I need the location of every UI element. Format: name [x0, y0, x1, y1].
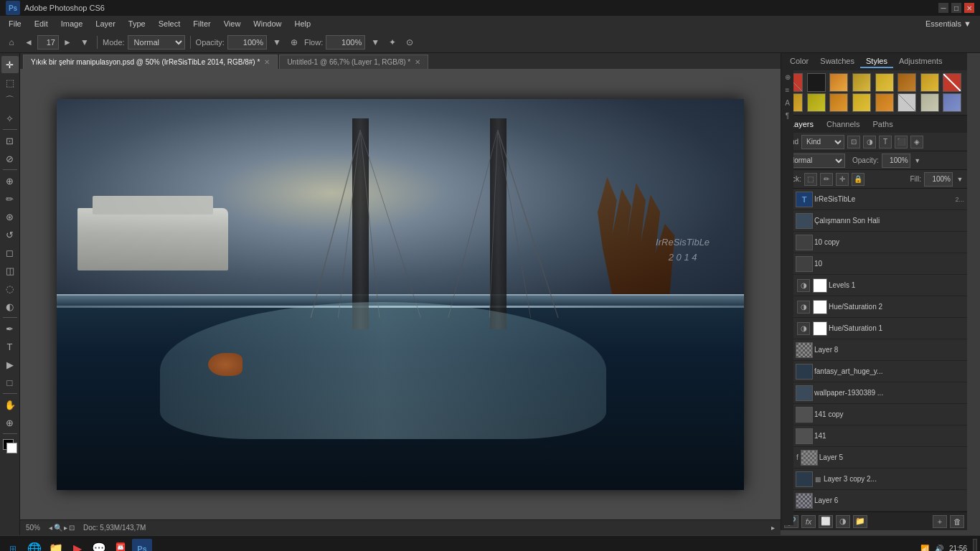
- layer-opacity-input[interactable]: [882, 154, 910, 168]
- taskbar-start[interactable]: ⊞: [3, 539, 23, 552]
- layer-row-10copy[interactable]: 👁 10 copy: [781, 232, 967, 253]
- taskbar-photoshop[interactable]: Ps: [132, 539, 152, 552]
- show-desktop-btn[interactable]: [973, 539, 977, 552]
- blend-mode-select[interactable]: Normal Multiply Screen: [128, 35, 185, 50]
- tab-adjustments[interactable]: Adjustments: [893, 55, 948, 68]
- tab-untitled[interactable]: Untitled-1 @ 66,7% (Layer 1, RGB/8) * ✕: [279, 55, 428, 69]
- crop-tool[interactable]: ⊡: [1, 132, 19, 149]
- lasso-tool[interactable]: ⌒: [1, 92, 19, 109]
- close-button[interactable]: ✕: [964, 3, 974, 13]
- shape-tool[interactable]: □: [1, 374, 19, 391]
- color-boxes[interactable]: [3, 439, 17, 453]
- style-swatch-5[interactable]: [875, 73, 894, 92]
- type-tool[interactable]: T: [1, 338, 19, 355]
- layer-row-141[interactable]: 👁 141: [781, 425, 967, 447]
- extras-char-btn[interactable]: A: [783, 98, 793, 108]
- flow-expand[interactable]: ▼: [368, 35, 382, 50]
- smooth-btn[interactable]: ⊙: [402, 35, 417, 50]
- taskbar-media[interactable]: ▶: [67, 539, 88, 552]
- opacity-expand[interactable]: ▼: [270, 35, 284, 50]
- hand-tool[interactable]: ✋: [1, 396, 19, 413]
- extras-color-btn[interactable]: ⊕: [783, 72, 793, 82]
- zoom-increase[interactable]: ▸: [64, 524, 67, 532]
- background-color[interactable]: [6, 443, 17, 453]
- layer-delete-btn[interactable]: 🗑: [950, 515, 964, 528]
- lock-pixels-btn[interactable]: ⬚: [804, 173, 817, 186]
- history-brush-tool[interactable]: ↺: [1, 226, 19, 243]
- blur-tool[interactable]: ◌: [1, 280, 19, 297]
- spot-healing-tool[interactable]: ⊕: [1, 172, 19, 189]
- style-swatch-11[interactable]: [829, 93, 848, 112]
- layer-row-wallpaper[interactable]: 👁 wallpaper-1930389 ...: [781, 382, 967, 404]
- layer-row-layer8[interactable]: 👁 Layer 8: [781, 339, 967, 361]
- selection-tool[interactable]: ⬚: [1, 74, 19, 91]
- style-swatch-7[interactable]: [920, 73, 939, 92]
- style-swatch-15[interactable]: [920, 93, 939, 112]
- lock-move-btn[interactable]: ✛: [836, 173, 849, 186]
- layer-row-10[interactable]: 👁 10: [781, 253, 967, 275]
- layer-new-btn[interactable]: +: [933, 515, 947, 528]
- layer-adjustment-btn[interactable]: ◑: [836, 515, 850, 528]
- eraser-tool[interactable]: ◻: [1, 244, 19, 261]
- style-swatch-13[interactable]: [875, 93, 894, 112]
- layer-row-huesat1[interactable]: 👁 ◑ Hue/Saturation 1: [781, 318, 967, 339]
- tab-color[interactable]: Color: [784, 55, 814, 68]
- scroll-right[interactable]: ▸: [771, 524, 775, 532]
- brush-size-increase[interactable]: ►: [60, 35, 75, 50]
- layer-row-fantasy[interactable]: 👁 fantasy_art_huge_y...: [781, 361, 967, 382]
- layer-row-huesat2[interactable]: 👁 ◑ Hue/Saturation 2: [781, 296, 967, 318]
- layer-fx-btn[interactable]: fx: [801, 515, 816, 528]
- lock-position-btn[interactable]: ✏: [820, 173, 833, 186]
- tablet-pressure-btn[interactable]: ✦: [385, 35, 400, 50]
- clone-stamp-tool[interactable]: ⊛: [1, 208, 19, 225]
- style-swatch-4[interactable]: [852, 73, 871, 92]
- extras-layers-btn[interactable]: ≡: [783, 85, 793, 95]
- taskbar-explorer[interactable]: 📁: [46, 539, 66, 552]
- pen-tool[interactable]: ✒: [1, 320, 19, 337]
- brush-preset-picker[interactable]: ▼: [77, 35, 92, 50]
- filter-type-btn[interactable]: T: [879, 136, 892, 149]
- style-swatch-8[interactable]: [943, 73, 961, 92]
- zoom-tool[interactable]: ⊕: [1, 414, 19, 431]
- filter-shape-btn[interactable]: ⬛: [895, 136, 908, 149]
- layer-row-levels1[interactable]: 👁 ◑ Levels 1: [781, 275, 967, 296]
- minimize-button[interactable]: ─: [938, 3, 948, 13]
- menu-help[interactable]: Help: [288, 18, 316, 29]
- layer-row-layer3copy[interactable]: 👁 ▩ Layer 3 copy 2...: [781, 468, 967, 490]
- maximize-button[interactable]: □: [951, 3, 961, 13]
- brush-tool[interactable]: ✏: [1, 190, 19, 207]
- menu-type[interactable]: Type: [123, 18, 151, 29]
- layers-tab-channels[interactable]: Channels: [821, 118, 865, 130]
- eyedropper-tool[interactable]: ⊘: [1, 150, 19, 167]
- tab-untitled-close[interactable]: ✕: [415, 58, 420, 66]
- canvas-viewport[interactable]: IrReSisTibLe 2 0 1 4: [20, 69, 781, 519]
- layer-group-btn[interactable]: 📁: [853, 515, 867, 528]
- menu-edit[interactable]: Edit: [29, 18, 54, 29]
- menu-view[interactable]: View: [218, 18, 247, 29]
- flow-input[interactable]: [326, 35, 365, 50]
- opacity-arrow[interactable]: ▼: [913, 156, 922, 165]
- menu-window[interactable]: Window: [248, 18, 287, 29]
- tab-styles[interactable]: Styles: [860, 55, 893, 68]
- layer-row-layer6[interactable]: 👁 Layer 6: [781, 490, 967, 512]
- layer-row-irresistible[interactable]: 👁 T IrReSisTibLe 2...: [781, 189, 967, 210]
- menu-filter[interactable]: Filter: [187, 18, 216, 29]
- extras-paragraph-btn[interactable]: ¶: [783, 110, 793, 121]
- layer-row-layer5[interactable]: 👁 f Layer 5: [781, 447, 967, 468]
- style-swatch-2[interactable]: [807, 73, 826, 92]
- brush-tool-icon[interactable]: ⌂: [4, 35, 19, 50]
- layers-tab-paths[interactable]: Paths: [867, 118, 899, 130]
- menu-image[interactable]: Image: [55, 18, 89, 29]
- taskbar-ie[interactable]: 🌐: [24, 539, 44, 552]
- layer-row-141copy[interactable]: 👁 141 copy: [781, 404, 967, 425]
- dodge-tool[interactable]: ◐: [1, 298, 19, 315]
- filter-smart-btn[interactable]: ◈: [910, 136, 923, 149]
- tab-main-close[interactable]: ✕: [264, 58, 270, 66]
- fill-arrow[interactable]: ▼: [956, 175, 964, 184]
- opacity-input[interactable]: [227, 35, 267, 50]
- style-swatch-3[interactable]: [829, 73, 848, 92]
- tab-main-doc[interactable]: Yıkık bir şehir manipulasyon.psd @ 50% (…: [23, 55, 278, 69]
- magic-wand-tool[interactable]: ✧: [1, 110, 19, 127]
- layer-row-son-hali[interactable]: 👁 Çalışmanın Son Hali: [781, 210, 967, 232]
- filter-adjust-btn[interactable]: ◑: [863, 136, 876, 149]
